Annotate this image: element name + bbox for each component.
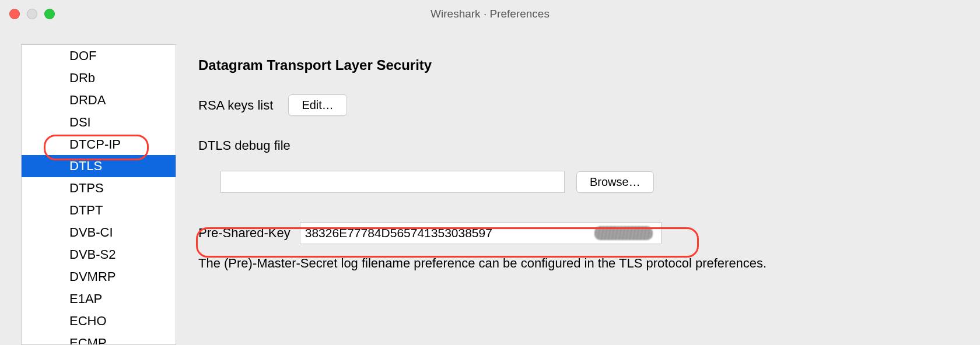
sidebar-item-dtps[interactable]: DTPS (22, 177, 176, 199)
protocol-list[interactable]: DOF DRb DRDA DSI DTCP-IP DTLS DTPS DTPT … (21, 44, 176, 345)
sidebar-item-drb[interactable]: DRb (22, 67, 176, 89)
psk-row: Pre-Shared-Key (198, 222, 980, 244)
sidebar-item-e1ap[interactable]: E1AP (22, 288, 176, 310)
rsa-keys-label: RSA keys list (198, 98, 273, 113)
browse-button[interactable]: Browse… (576, 171, 654, 193)
close-window-button[interactable] (9, 9, 20, 19)
sidebar-item-dtpt[interactable]: DTPT (22, 199, 176, 221)
sidebar-item-dtcp-ip[interactable]: DTCP-IP (22, 133, 176, 156)
sidebar-item-drda[interactable]: DRDA (22, 89, 176, 111)
traffic-lights (0, 9, 55, 19)
psk-input[interactable] (300, 222, 662, 244)
debug-file-row: Browse… (220, 171, 980, 193)
sidebar-item-dof[interactable]: DOF (22, 45, 176, 67)
sidebar-item-dvb-ci[interactable]: DVB-CI (22, 221, 176, 244)
sidebar-item-echo[interactable]: ECHO (22, 310, 176, 332)
sidebar-item-dsi[interactable]: DSI (22, 111, 176, 133)
sidebar-item-ecmp[interactable]: ECMP (22, 332, 176, 345)
main-area: DOF DRb DRDA DSI DTCP-IP DTLS DTPS DTPT … (0, 28, 980, 345)
sidebar-item-dvmrp[interactable]: DVMRP (22, 266, 176, 288)
edit-rsa-keys-button[interactable]: Edit… (288, 94, 346, 116)
psk-label: Pre-Shared-Key (198, 226, 290, 241)
sidebar-item-dvb-s2[interactable]: DVB-S2 (22, 244, 176, 266)
titlebar: Wireshark · Preferences (0, 0, 980, 28)
window-title: Wireshark · Preferences (430, 8, 550, 20)
rsa-keys-row: RSA keys list Edit… (198, 94, 980, 116)
page-title: Datagram Transport Layer Security (198, 57, 980, 73)
debug-file-label: DTLS debug file (198, 138, 980, 153)
sidebar-item-dtls[interactable]: DTLS (22, 155, 176, 177)
debug-file-input[interactable] (220, 171, 565, 193)
minimize-window-button[interactable] (27, 9, 37, 19)
preferences-panel: Datagram Transport Layer Security RSA ke… (198, 44, 980, 345)
master-secret-note: The (Pre)-Master-Secret log filename pre… (198, 256, 980, 271)
zoom-window-button[interactable] (44, 9, 55, 19)
